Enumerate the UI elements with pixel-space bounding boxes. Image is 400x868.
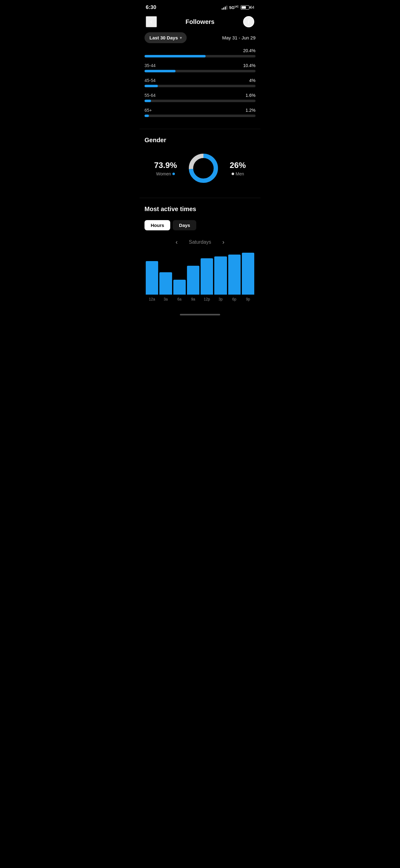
- age-row-1: 45-54 4%: [144, 78, 256, 87]
- gender-title: Gender: [144, 136, 256, 144]
- women-label-text: Women: [156, 172, 171, 176]
- chart-label-2: 6a: [177, 297, 181, 302]
- bar-col-6: 6p: [228, 254, 241, 302]
- bar-fill-2: [144, 100, 151, 102]
- age-label-1: 45-54: [144, 78, 156, 83]
- next-day-button[interactable]: ›: [221, 237, 226, 247]
- filter-row: Last 30 Days ▾ May 31 - Jun 29: [139, 32, 261, 48]
- age-section: 20.4% 35-44 10.4% 45-54 4% 55-64 1.6%: [139, 48, 261, 129]
- men-pct: 26%: [230, 160, 246, 170]
- status-icons: 5GUC 64: [222, 5, 254, 10]
- filter-label: Last 30 Days: [149, 35, 178, 40]
- bar-col-2: 6a: [173, 280, 186, 302]
- date-filter-button[interactable]: Last 30 Days ▾: [144, 32, 187, 43]
- active-times-title: Most active times: [144, 206, 256, 213]
- age-label-2: 55-64: [144, 93, 156, 98]
- men-dot-icon: [232, 173, 234, 175]
- active-times-section: Most active times Hours Days ‹ Saturdays…: [139, 206, 261, 309]
- back-chevron-icon: ‹: [150, 18, 152, 26]
- chart-bar-6: [228, 254, 241, 294]
- tab-hours[interactable]: Hours: [144, 220, 170, 230]
- men-label: Men: [230, 172, 246, 176]
- home-bar: [180, 314, 220, 315]
- header: ‹ Followers i: [139, 13, 261, 32]
- chart-label-7: 9p: [246, 297, 250, 302]
- page-title: Followers: [186, 18, 214, 26]
- chart-bar-0: [146, 261, 158, 294]
- women-label: Women: [154, 172, 177, 176]
- age-pct-top: 20.4%: [243, 48, 256, 53]
- bar-track-1: [144, 85, 256, 87]
- chart-bar-4: [201, 258, 213, 294]
- men-stat: 26% Men: [230, 160, 246, 176]
- network-label: 5GUC: [229, 5, 238, 10]
- chart-label-4: 12p: [204, 297, 210, 302]
- bar-chart: 12a 3a 6a 9a 12p 3p 6p 9p: [144, 255, 256, 302]
- bar-track-0: [144, 70, 256, 72]
- tabs-row: Hours Days: [144, 220, 256, 230]
- status-bar: 6:30 5GUC 64: [139, 0, 261, 13]
- age-row-top: 20.4%: [144, 48, 256, 57]
- chart-label-6: 6p: [232, 297, 236, 302]
- bar-col-4: 12p: [201, 258, 213, 302]
- bar-col-5: 3p: [214, 256, 227, 302]
- chevron-down-icon: ▾: [180, 36, 182, 40]
- prev-day-button[interactable]: ‹: [174, 237, 179, 247]
- bar-col-0: 12a: [146, 261, 158, 302]
- chart-label-1: 3a: [164, 297, 168, 302]
- age-row-3: 65+ 1.2%: [144, 108, 256, 117]
- tab-days[interactable]: Days: [173, 220, 196, 230]
- bar-col-7: 9p: [242, 253, 254, 302]
- battery-icon: 64: [241, 5, 254, 10]
- signal-icon: [222, 5, 227, 10]
- chart-label-5: 3p: [219, 297, 223, 302]
- bar-track-2: [144, 100, 256, 102]
- chart-bar-7: [242, 253, 254, 294]
- day-navigator: ‹ Saturdays ›: [144, 237, 256, 247]
- bar-col-3: 9a: [187, 266, 199, 302]
- home-indicator: [139, 309, 261, 318]
- battery-pct: 64: [250, 5, 254, 10]
- bar-track-3: [144, 115, 256, 117]
- gender-chart-container: 73.9% Women 26% Men: [144, 151, 256, 190]
- age-row-0: 35-44 10.4%: [144, 63, 256, 72]
- age-label-row-top: 20.4%: [144, 48, 256, 53]
- chart-bar-2: [173, 280, 186, 294]
- age-row-2: 55-64 1.6%: [144, 93, 256, 102]
- age-label-3: 65+: [144, 108, 152, 113]
- info-button[interactable]: i: [243, 16, 254, 27]
- divider-2: [139, 198, 261, 198]
- age-pct-2: 1.6%: [245, 93, 256, 98]
- date-range: May 31 - Jun 29: [222, 35, 256, 40]
- bar-fill-top: [144, 55, 206, 57]
- bar-track-top: [144, 55, 256, 57]
- women-dot-icon: [172, 173, 175, 175]
- age-pct-1: 4%: [249, 78, 256, 83]
- divider-1: [139, 129, 261, 129]
- donut-chart: [186, 151, 221, 185]
- chart-label-3: 9a: [191, 297, 195, 302]
- age-pct-0: 10.4%: [243, 63, 256, 68]
- info-icon: i: [248, 19, 249, 25]
- current-day: Saturdays: [189, 239, 211, 245]
- bar-fill-1: [144, 85, 158, 87]
- gender-section: Gender 73.9% Women 26%: [139, 136, 261, 198]
- age-pct-3: 1.2%: [245, 108, 256, 113]
- chart-bar-5: [214, 256, 227, 294]
- women-stat: 73.9% Women: [154, 160, 177, 176]
- women-pct: 73.9%: [154, 160, 177, 170]
- chart-bar-3: [187, 266, 199, 294]
- chart-bar-1: [159, 272, 172, 294]
- age-label-0: 35-44: [144, 63, 156, 68]
- bar-col-1: 3a: [159, 272, 172, 302]
- status-time: 6:30: [146, 4, 156, 10]
- back-button[interactable]: ‹: [146, 16, 157, 27]
- bar-fill-3: [144, 115, 149, 117]
- chart-label-0: 12a: [149, 297, 155, 302]
- men-label-text: Men: [236, 172, 244, 176]
- bar-fill-0: [144, 70, 175, 72]
